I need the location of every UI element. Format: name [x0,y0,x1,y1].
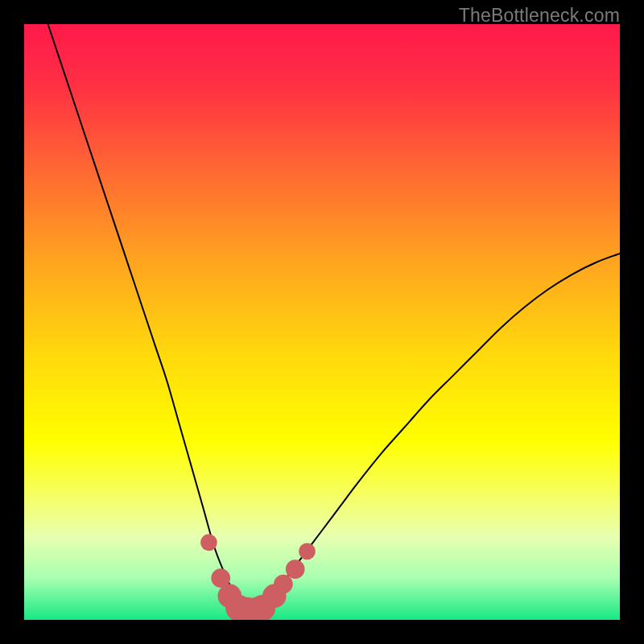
highlight-dot [200,534,217,551]
bottleneck-chart [24,24,620,620]
watermark-text: TheBottleneck.com [459,5,620,27]
highlight-dot [274,575,293,594]
highlight-dot [286,559,305,579]
highlight-dot [299,543,316,560]
chart-container [24,24,620,620]
outer-frame: TheBottleneck.com [0,0,644,644]
